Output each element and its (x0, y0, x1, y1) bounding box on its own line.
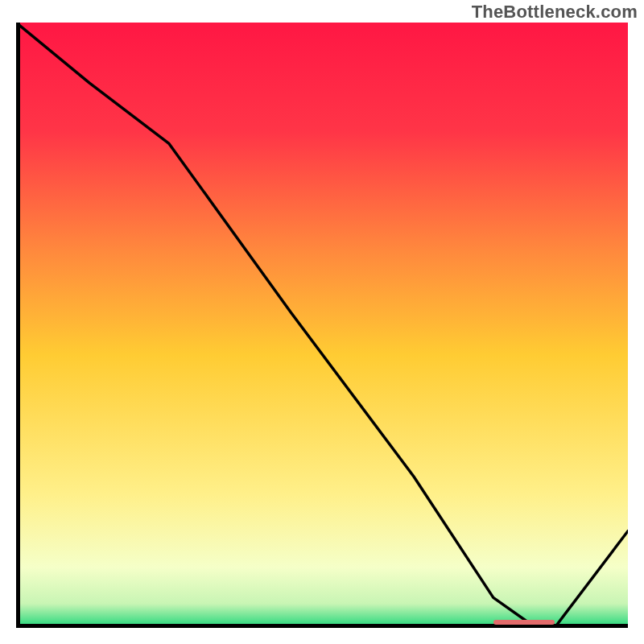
gradient-background (16, 23, 628, 628)
bottleneck-chart-svg (16, 23, 628, 628)
chart-container: TheBottleneck.com (0, 0, 644, 644)
chart-area (16, 23, 628, 628)
watermark-text: TheBottleneck.com (472, 2, 638, 23)
